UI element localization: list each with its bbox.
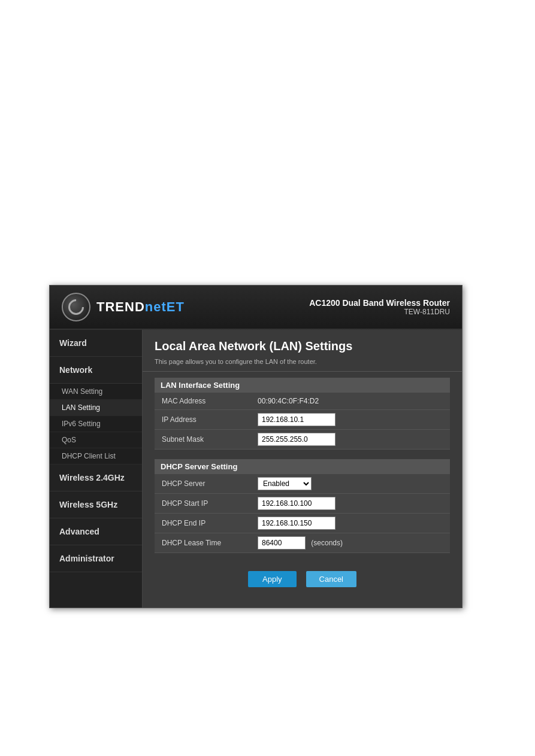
network-subitems: WAN Setting LAN Setting IPv6 Setting QoS… [50,384,142,464]
sidebar-item-wireless-24[interactable]: Wireless 2.4GHz [50,464,142,491]
lan-interface-section: LAN Interface Setting MAC Address 00:90:… [155,378,450,450]
dhcp-server-label: DHCP Server [155,474,250,494]
cancel-button[interactable]: Cancel [306,571,356,587]
ip-address-input[interactable] [258,413,335,426]
dhcp-end-value [250,514,450,533]
dhcp-lease-value: (seconds) [250,533,450,553]
sidebar-subitem-wan-setting[interactable]: WAN Setting [50,384,142,400]
sidebar-item-wireless-5[interactable]: Wireless 5GHz [50,491,142,518]
mac-address-label: MAC Address [155,393,250,410]
trendnet-logo-icon [62,293,90,321]
mac-address-value: 00:90:4C:0F:F4:D2 [250,393,450,410]
dhcp-start-row: DHCP Start IP [155,494,450,514]
dhcp-start-label: DHCP Start IP [155,494,250,514]
sidebar-subitem-ipv6-setting[interactable]: IPv6 Setting [50,416,142,432]
ip-address-value [250,410,450,430]
mac-address-row: MAC Address 00:90:4C:0F:F4:D2 [155,393,450,410]
sidebar-item-advanced[interactable]: Advanced [50,518,142,545]
page-title: Local Area Network (LAN) Settings [155,339,450,353]
device-name: AC1200 Dual Band Wireless Router [309,298,450,308]
ip-address-row: IP Address [155,410,450,430]
apply-button[interactable]: Apply [248,571,297,587]
dhcp-server-value: Enabled Disabled [250,474,450,494]
dhcp-end-row: DHCP End IP [155,514,450,533]
model-number: TEW-811DRU [309,308,450,316]
lan-section-header: LAN Interface Setting [155,378,450,393]
dhcp-server-table: DHCP Server Enabled Disabled [155,474,450,553]
dhcp-lease-row: DHCP Lease Time (seconds) [155,533,450,553]
content-body: LAN Interface Setting MAC Address 00:90:… [143,372,462,608]
sidebar-item-wizard[interactable]: Wizard [50,330,142,357]
subnet-mask-label: Subnet Mask [155,430,250,450]
content-area: Local Area Network (LAN) Settings This p… [143,330,462,608]
subnet-mask-input[interactable] [258,433,335,446]
main-layout: Wizard Network WAN Setting LAN Setting I… [50,330,462,608]
dhcp-server-select[interactable]: Enabled Disabled [258,477,312,490]
dhcp-section-header: DHCP Server Setting [155,459,450,474]
content-header: Local Area Network (LAN) Settings This p… [143,330,462,372]
brand-name: TRENDnetET [96,299,185,315]
sidebar-subitem-qos[interactable]: QoS [50,432,142,448]
dhcp-server-section: DHCP Server Setting DHCP Server Enabled … [155,459,450,553]
button-row: Apply Cancel [155,563,450,596]
sidebar-item-network[interactable]: Network [50,357,142,384]
sidebar-subitem-lan-setting[interactable]: LAN Setting [50,400,142,416]
header: TRENDnetET AC1200 Dual Band Wireless Rou… [50,286,462,330]
dhcp-start-input[interactable] [258,497,335,510]
page-description: This page allows you to configure the LA… [155,358,450,365]
router-ui: TRENDnetET AC1200 Dual Band Wireless Rou… [49,285,463,608]
subnet-mask-value [250,430,450,450]
ip-address-label: IP Address [155,410,250,430]
dhcp-end-label: DHCP End IP [155,514,250,533]
seconds-label: (seconds) [311,539,343,547]
dhcp-server-row: DHCP Server Enabled Disabled [155,474,450,494]
sidebar-subitem-dhcp-client-list[interactable]: DHCP Client List [50,448,142,464]
subnet-mask-row: Subnet Mask [155,430,450,450]
dhcp-start-value [250,494,450,514]
sidebar: Wizard Network WAN Setting LAN Setting I… [50,330,143,608]
dhcp-end-input[interactable] [258,517,335,530]
sidebar-item-administrator[interactable]: Administrator [50,545,142,572]
dhcp-lease-label: DHCP Lease Time [155,533,250,553]
lan-interface-table: MAC Address 00:90:4C:0F:F4:D2 IP Address [155,393,450,450]
device-info: AC1200 Dual Band Wireless Router TEW-811… [309,298,450,316]
dhcp-lease-input[interactable] [258,536,306,549]
logo-area: TRENDnetET [62,293,185,321]
